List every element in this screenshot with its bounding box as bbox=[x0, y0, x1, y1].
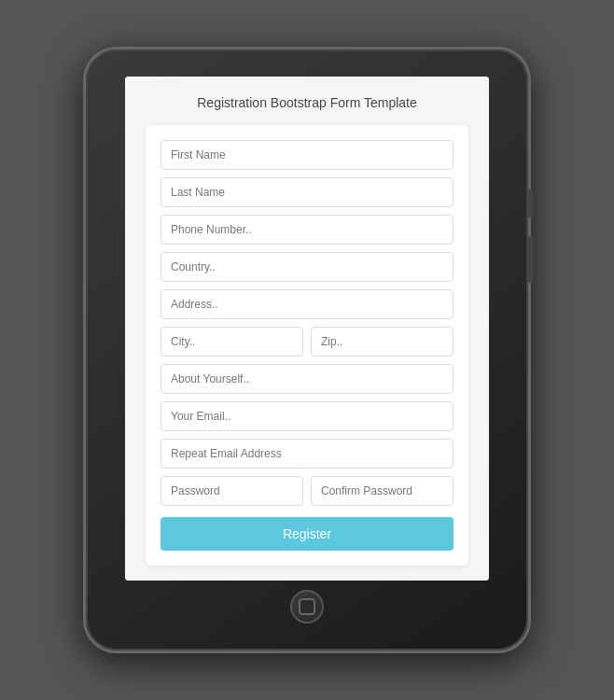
phone-input[interactable] bbox=[160, 215, 454, 245]
country-input[interactable] bbox=[160, 252, 454, 282]
confirm-password-input[interactable] bbox=[311, 476, 454, 506]
password-input[interactable] bbox=[160, 476, 303, 506]
register-button[interactable]: Register bbox=[160, 517, 454, 551]
about-input[interactable] bbox=[160, 364, 454, 394]
first-name-input[interactable] bbox=[160, 140, 454, 170]
side-button-1 bbox=[528, 189, 533, 217]
repeat-email-input[interactable] bbox=[160, 439, 454, 469]
home-button[interactable] bbox=[290, 590, 324, 623]
form-title: Registration Bootstrap Form Template bbox=[146, 95, 468, 110]
email-input[interactable] bbox=[160, 401, 454, 431]
home-button-inner bbox=[299, 598, 315, 615]
zip-input[interactable] bbox=[311, 327, 454, 357]
city-zip-row bbox=[160, 327, 454, 364]
side-button-2 bbox=[528, 236, 533, 283]
password-row bbox=[160, 476, 454, 513]
address-input[interactable] bbox=[160, 289, 454, 319]
city-input[interactable] bbox=[160, 327, 303, 357]
last-name-input[interactable] bbox=[160, 177, 454, 207]
tablet-device: Registration Bootstrap Form Template bbox=[83, 47, 531, 653]
form-container: Registration Bootstrap Form Template bbox=[125, 77, 489, 581]
tablet-screen: Registration Bootstrap Form Template bbox=[125, 77, 489, 581]
form-card: Register bbox=[146, 125, 468, 566]
